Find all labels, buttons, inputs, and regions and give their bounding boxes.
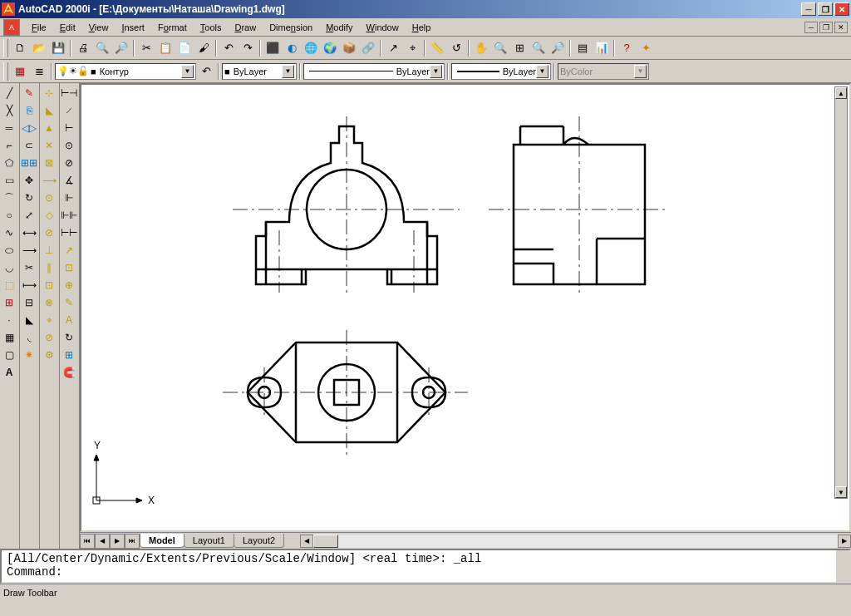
dim-tedit-button[interactable]: A [61, 312, 77, 328]
match-properties-button[interactable]: 🖌 [194, 39, 213, 57]
lengthen-button[interactable]: ⟶ [21, 242, 37, 259]
snap-from-button[interactable]: ⊹ [41, 85, 57, 101]
color-dropdown[interactable]: ■ByLayer ▼ [222, 63, 297, 80]
print-button[interactable]: 🖨 [74, 39, 92, 57]
mdi-doc-icon[interactable]: A [3, 19, 20, 36]
erase-button[interactable]: ✎ [21, 85, 37, 101]
publish-web-button[interactable]: 🌍 [321, 39, 339, 57]
trim-button[interactable]: ✂ [21, 259, 37, 276]
insert-hyperlink-button[interactable]: 🔗 [359, 39, 377, 57]
offset-button[interactable]: ⊂ [21, 137, 37, 154]
chamfer-button[interactable]: ◣ [21, 312, 37, 328]
snap-parallel-button[interactable]: ∥ [41, 259, 57, 276]
undo-button[interactable]: ↶ [219, 39, 238, 57]
command-line[interactable]: [All/Center/Dynamic/Extents/Previous/Sca… [0, 549, 851, 584]
rectangle-button[interactable]: ▭ [1, 172, 17, 189]
print-preview-button[interactable]: 🔍 [93, 39, 111, 57]
ucs-button[interactable]: ⌖ [403, 39, 421, 57]
dim-aligned-button[interactable]: ⟋ [61, 102, 77, 119]
snap-quadrant-button[interactable]: ◇ [41, 207, 57, 224]
snap-node-button[interactable]: ⊗ [41, 294, 57, 311]
toolbar-handle[interactable] [3, 62, 8, 81]
etransmit-button[interactable]: 📦 [340, 39, 358, 57]
dbconnect-button[interactable]: 📊 [593, 39, 611, 57]
snap-midpoint-button[interactable]: ▲ [41, 120, 57, 136]
vertical-scrollbar[interactable]: ▲ ▼ [834, 86, 848, 499]
copy-object-button[interactable]: ⎘ [21, 102, 37, 119]
menu-insert[interactable]: Insert [115, 21, 151, 34]
find-button[interactable]: 🔎 [112, 39, 130, 57]
break-button[interactable]: ⊟ [21, 294, 37, 311]
dim-angular-button[interactable]: ∡ [61, 172, 77, 189]
menu-draw[interactable]: Draw [228, 21, 263, 34]
circle-button[interactable]: ○ [1, 207, 17, 224]
fillet-button[interactable]: ◟ [21, 329, 37, 346]
ellipse-button[interactable]: ⬭ [1, 242, 17, 259]
polygon-button[interactable]: ⬠ [1, 155, 17, 171]
make-layer-current-button[interactable]: ▦ [11, 62, 29, 81]
scroll-left-button[interactable]: ◀ [300, 535, 313, 548]
menu-view[interactable]: View [82, 21, 116, 34]
dim-diameter-button[interactable]: ⊘ [61, 155, 77, 171]
cut-button[interactable]: ✂ [137, 39, 155, 57]
lineweight-dropdown[interactable]: ByLayer ▼ [451, 63, 551, 80]
mirror-button[interactable]: ◁▷ [21, 120, 37, 136]
text-button[interactable]: A [1, 364, 17, 381]
mdi-minimize-button[interactable]: ─ [804, 22, 818, 33]
minimize-button[interactable]: ─ [801, 2, 816, 16]
osnap-magnet-button[interactable]: 🧲 [61, 364, 77, 381]
scrollbar-thumb[interactable] [313, 535, 338, 548]
redraw-button[interactable]: ↺ [447, 39, 465, 57]
menu-file[interactable]: File [25, 21, 53, 34]
array-button[interactable]: ⊞⊞ [21, 155, 37, 171]
drawing-canvas[interactable]: X Y ▲ ▼ [80, 83, 851, 532]
dim-edit-button[interactable]: ✎ [61, 294, 77, 311]
rotate-button[interactable]: ↻ [21, 190, 37, 206]
multiline-button[interactable]: ═ [1, 120, 17, 136]
tab-first-button[interactable]: ⏮ [80, 534, 95, 549]
dropdown-arrow-icon[interactable]: ▼ [282, 65, 294, 78]
layer-previous-button[interactable]: ↶ [197, 62, 215, 81]
snap-intersection-button[interactable]: ✕ [41, 137, 57, 154]
osnap-settings-button[interactable]: ⚙ [41, 347, 57, 363]
insert-block-button[interactable]: ⬚ [1, 277, 17, 293]
tracking-button[interactable]: ↗ [384, 39, 402, 57]
point-button[interactable]: · [1, 312, 17, 328]
today-button[interactable]: ⬛ [263, 39, 282, 57]
snap-extension-button[interactable]: ⟶ [41, 172, 57, 189]
scale-button[interactable]: ⤢ [21, 207, 37, 224]
tab-last-button[interactable]: ⏭ [125, 534, 140, 549]
tab-layout2[interactable]: Layout2 [234, 534, 284, 548]
dim-continue-button[interactable]: ⊢⊢ [61, 224, 77, 241]
mdi-close-button[interactable]: ✕ [834, 22, 848, 33]
active-assistance-button[interactable]: ✦ [637, 39, 655, 57]
properties-button[interactable]: ▤ [573, 39, 592, 57]
distance-button[interactable]: 📏 [428, 39, 446, 57]
snap-center-button[interactable]: ⊙ [41, 190, 57, 206]
dim-radius-button[interactable]: ⊙ [61, 137, 77, 154]
maximize-button[interactable]: ❐ [818, 2, 833, 16]
menu-modify[interactable]: Modify [319, 21, 359, 34]
autodesk-pod-button[interactable]: ◐ [283, 39, 301, 57]
dim-leader-button[interactable]: ↗ [61, 242, 77, 259]
hatch-button[interactable]: ▦ [1, 329, 17, 346]
horizontal-scrollbar[interactable]: ◀ ▶ [300, 535, 851, 548]
help-button[interactable]: ? [617, 39, 636, 57]
save-button[interactable]: 💾 [49, 39, 67, 57]
dim-baseline-button[interactable]: ⊩⊩ [61, 207, 77, 224]
zoom-button[interactable]: 🔎 [548, 39, 567, 57]
construction-line-button[interactable]: ╳ [1, 102, 17, 119]
menu-edit[interactable]: Edit [53, 21, 82, 34]
ellipse-arc-button[interactable]: ◡ [1, 259, 17, 276]
linetype-dropdown[interactable]: ByLayer ▼ [303, 63, 445, 80]
snap-tangent-button[interactable]: ⊘ [41, 224, 57, 241]
command-scrollbar[interactable] [836, 550, 849, 582]
stretch-button[interactable]: ⟷ [21, 224, 37, 241]
explode-button[interactable]: ✷ [21, 347, 37, 363]
pan-button[interactable]: ✋ [472, 39, 490, 57]
redo-button[interactable]: ↷ [239, 39, 257, 57]
snap-endpoint-button[interactable]: ◣ [41, 102, 57, 119]
new-button[interactable]: 🗋 [11, 39, 29, 57]
scroll-right-button[interactable]: ▶ [838, 535, 851, 548]
menu-dimension[interactable]: Dimension [263, 21, 319, 34]
